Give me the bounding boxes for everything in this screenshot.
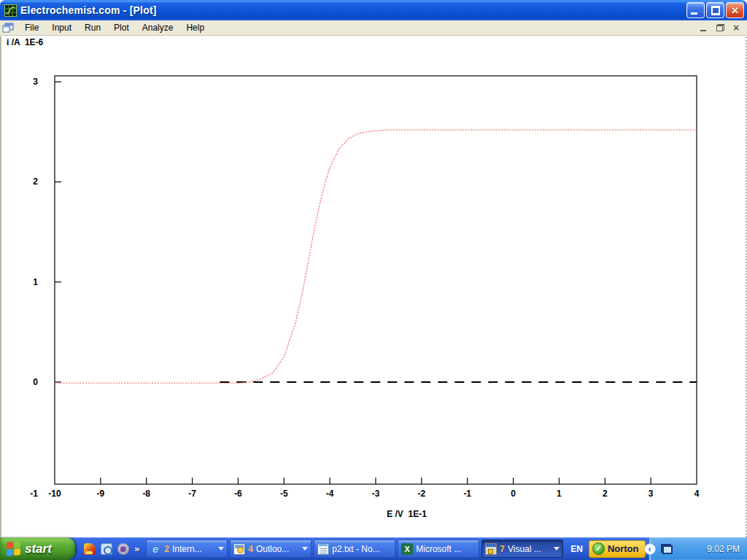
svg-text:-1: -1 xyxy=(30,489,38,499)
taskbar-button-notepad[interactable]: p2.txt - No... xyxy=(314,540,395,558)
svg-text:-3: -3 xyxy=(372,489,380,499)
task-label: Intern... xyxy=(172,544,214,554)
group-dropdown-arrow-icon xyxy=(218,547,224,551)
svg-text:3: 3 xyxy=(33,77,38,87)
task-label: Outloo... xyxy=(256,544,298,554)
outlook-icon xyxy=(233,543,245,555)
minimize-button[interactable] xyxy=(686,2,705,18)
quicklaunch-icon-2[interactable] xyxy=(101,543,112,555)
notepad-icon xyxy=(317,543,329,555)
y-axis-title: i /A 1E-6 xyxy=(7,37,43,47)
app-icon xyxy=(4,4,17,17)
restore-icon xyxy=(711,7,720,15)
windows-logo-icon xyxy=(7,540,21,556)
menu-input[interactable]: Input xyxy=(45,21,78,34)
start-button[interactable]: start xyxy=(0,537,75,560)
mdi-minimize-button[interactable] xyxy=(699,23,709,32)
mdi-close-icon: × xyxy=(733,23,739,33)
norton-antivirus-badge[interactable]: ✓ Norton xyxy=(589,540,646,558)
x-axis-title: E /V 1E-1 xyxy=(347,509,467,519)
svg-text:-1: -1 xyxy=(463,489,471,499)
svg-text:3: 3 xyxy=(649,489,654,499)
svg-text:-7: -7 xyxy=(188,489,196,499)
svg-text:0: 0 xyxy=(33,377,38,387)
window-titlebar: Electrochemist.com - [Plot] × xyxy=(0,0,747,20)
restore-button[interactable] xyxy=(706,2,724,18)
svg-text:2: 2 xyxy=(603,489,608,499)
svg-text:2: 2 xyxy=(33,176,38,187)
menu-file[interactable]: File xyxy=(18,21,45,34)
svg-text:-4: -4 xyxy=(326,489,334,499)
quicklaunch-overflow-chevron-icon[interactable]: » xyxy=(134,543,139,554)
menu-analyze[interactable]: Analyze xyxy=(136,21,180,34)
norton-label: Norton xyxy=(608,543,639,554)
svg-text:-9: -9 xyxy=(97,489,105,499)
svg-text:-5: -5 xyxy=(280,489,288,499)
svg-text:4: 4 xyxy=(694,489,700,499)
svg-text:-2: -2 xyxy=(418,489,426,499)
svg-text:0: 0 xyxy=(511,489,516,499)
plot-client-area: -10-9-8-7-6-5-4-3-2-1012343210-1 i /A 1E… xyxy=(0,36,747,537)
taskbar: start » e 2 Intern... 4 Outloo... p2.txt… xyxy=(0,537,747,560)
svg-text:1: 1 xyxy=(33,277,38,287)
quick-launch-bar: » xyxy=(75,543,145,555)
taskbar-button-internet-explorer-group[interactable]: e 2 Intern... xyxy=(146,540,228,558)
svg-text:-8: -8 xyxy=(142,489,150,499)
internet-explorer-icon: e xyxy=(150,543,161,555)
taskbar-button-excel[interactable]: X Microsoft ... xyxy=(398,540,479,558)
language-indicator[interactable]: EN xyxy=(565,544,589,554)
network-tray-icon[interactable] xyxy=(661,544,673,554)
close-button[interactable]: × xyxy=(726,2,744,18)
taskbar-button-visual-basic-group[interactable]: 7 Visual ... xyxy=(481,540,563,558)
menu-bar: File Input Run Plot Analyze Help × xyxy=(0,20,747,36)
group-dropdown-arrow-icon xyxy=(554,547,560,551)
norton-check-icon: ✓ xyxy=(592,542,605,555)
task-group-count: 7 xyxy=(500,544,505,554)
svg-text:-6: -6 xyxy=(234,489,242,499)
mdi-restore-icon xyxy=(716,24,724,31)
menu-plot[interactable]: Plot xyxy=(107,21,136,34)
taskbar-clock[interactable]: 9:02 PM xyxy=(707,544,740,554)
visual-basic-icon xyxy=(485,543,497,555)
quicklaunch-icon-3[interactable] xyxy=(117,543,129,555)
quicklaunch-icon-1[interactable] xyxy=(84,543,96,555)
menu-help[interactable]: Help xyxy=(179,21,211,34)
start-label: start xyxy=(25,542,56,556)
excel-icon: X xyxy=(401,543,413,555)
mdi-document-icon[interactable] xyxy=(2,23,14,33)
close-icon: × xyxy=(732,4,739,17)
voltammogram-plot: -10-9-8-7-6-5-4-3-2-1012343210-1 xyxy=(1,36,747,537)
mdi-minimize-icon xyxy=(700,30,706,31)
group-dropdown-arrow-icon xyxy=(302,547,308,551)
task-label: Microsoft ... xyxy=(416,544,476,554)
svg-text:-10: -10 xyxy=(48,489,61,499)
task-group-count: 2 xyxy=(164,544,169,554)
taskbar-button-outlook-group[interactable]: 4 Outloo... xyxy=(230,540,311,558)
task-label: Visual ... xyxy=(508,544,550,554)
task-label: p2.txt - No... xyxy=(332,544,392,554)
mdi-close-button[interactable]: × xyxy=(731,23,741,32)
window-title: Electrochemist.com - [Plot] xyxy=(20,4,157,16)
tray-collapse-chevron-icon[interactable]: ‹ xyxy=(644,543,656,555)
mdi-restore-button[interactable] xyxy=(715,23,725,32)
system-tray: ‹ 9:02 PM xyxy=(649,537,747,560)
task-group-count: 4 xyxy=(248,544,253,554)
svg-text:1: 1 xyxy=(557,489,562,499)
minimize-icon xyxy=(691,12,697,15)
menu-run[interactable]: Run xyxy=(78,21,107,34)
